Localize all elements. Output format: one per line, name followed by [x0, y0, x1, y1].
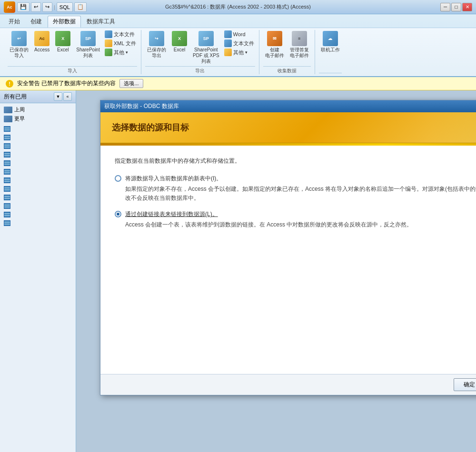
text-file-import-label: 文本文件	[114, 31, 135, 38]
sidebar-table-7[interactable]	[2, 177, 74, 184]
remote-items: ☁ 联机工作	[319, 30, 342, 72]
security-icon: !	[6, 80, 13, 88]
remote-group-label	[319, 73, 342, 74]
collect-group-label: 收集数据	[263, 66, 311, 74]
saved-import-icon: ↩	[11, 31, 27, 46]
radio-option-1-input[interactable]	[115, 175, 121, 182]
text-file-import-btn[interactable]: 文本文件	[104, 30, 137, 39]
sidebar-item-last-week[interactable]: 上周	[2, 105, 74, 114]
other-import-arrow: ▾	[126, 50, 128, 55]
tab-start[interactable]: 开始	[4, 16, 25, 28]
close-btn[interactable]: ✕	[462, 3, 472, 11]
sharepoint-export-icon: SP	[198, 31, 214, 46]
manage-reply-btn[interactable]: ≡ 管理答复电子邮件	[288, 30, 311, 59]
earlier-icon	[4, 116, 12, 122]
sidebar-table-2[interactable]	[2, 134, 74, 141]
dialog-title-text: 获取外部数据 - ODBC 数据库	[104, 102, 179, 110]
redo-btn[interactable]: ↪	[42, 2, 52, 12]
other-export-label: 其他	[233, 49, 244, 56]
text-export-btn[interactable]: 文本文件	[223, 39, 255, 48]
online-work-label: 联机工作	[321, 47, 340, 53]
sidebar-table-8[interactable]	[2, 185, 74, 193]
tab-db-tools[interactable]: 数据库工具	[82, 16, 120, 28]
sidebar-table-11[interactable]	[2, 211, 74, 218]
tab-external-data[interactable]: 外部数据	[48, 16, 81, 28]
word-export-label: Word	[233, 31, 246, 37]
other-import-btn[interactable]: 其他 ▾	[104, 48, 137, 57]
create-email-btn[interactable]: ✉ 创建电子邮件	[263, 30, 286, 59]
table-icon-4	[4, 152, 10, 157]
sharepoint-export-label: SharePointPDF 或 XPS列表	[193, 47, 219, 64]
access-import-icon: Ac	[34, 31, 50, 46]
sidebar-table-1[interactable]	[2, 125, 74, 133]
sidebar-collapse-btn[interactable]: «	[63, 92, 72, 101]
radio-option-2-desc: Access 会创建一个表，该表将维护到源数据的链接。在 Access 中对数据…	[125, 220, 412, 229]
tab-create[interactable]: 创建	[26, 16, 47, 28]
security-options-btn[interactable]: 选项...	[119, 79, 143, 88]
ribbon-tabs: 开始 创建 外部数据 数据库工具	[0, 14, 476, 28]
undo-btn[interactable]: ↩	[31, 2, 41, 12]
sidebar-table-9[interactable]	[2, 194, 74, 201]
table-icon-10	[4, 203, 10, 209]
sidebar-table-3[interactable]	[2, 142, 74, 150]
table-icon-3	[4, 143, 10, 149]
quick-save-btn[interactable]: 💾	[17, 2, 30, 12]
sql-btn[interactable]: SQL	[57, 2, 73, 12]
import-small-items: 文本文件 XML 文件 其他 ▾	[104, 30, 137, 57]
sharepoint-export-btn[interactable]: SP SharePointPDF 或 XPS列表	[191, 30, 221, 65]
radio-option-1-desc: 如果指定的对象不存在，Access 会予以创建。如果指定的对象已存在，Acces…	[125, 185, 476, 203]
excel-export-btn[interactable]: X Excel	[170, 30, 189, 54]
sidebar-dropdown-btn[interactable]: ▼	[54, 92, 62, 101]
import-group-label: 导入	[8, 66, 137, 74]
saved-import-label: 已保存的导入	[10, 47, 29, 59]
sidebar-table-4[interactable]	[2, 151, 74, 158]
create-email-label: 创建电子邮件	[265, 47, 284, 59]
sidebar-panel: 所有已用 ▼ « 上周 更早	[0, 90, 76, 452]
content-area: 获取外部数据 - ODBC 数据库 ? ✕ 选择数据的源和目标 指定数据在当前数…	[76, 90, 476, 452]
sharepoint-import-btn[interactable]: SP SharePoint列表	[74, 30, 101, 59]
table-icon-11	[4, 212, 10, 217]
radio-option-2-input[interactable]	[115, 211, 121, 217]
export-small-items: Word 文本文件 其他 ▾	[223, 30, 255, 57]
dialog-header-title: 选择数据的源和目标	[112, 122, 476, 133]
saved-export-btn[interactable]: ↪ 已保存的导出	[145, 30, 168, 59]
sharepoint-import-label: SharePoint列表	[76, 47, 99, 59]
tool1-btn[interactable]: 📋	[74, 2, 87, 12]
maximize-btn[interactable]: □	[451, 3, 461, 11]
last-week-icon	[4, 107, 12, 113]
other-export-btn[interactable]: 其他 ▾	[223, 48, 255, 57]
sidebar-table-5[interactable]	[2, 159, 74, 167]
sidebar-item-earlier[interactable]: 更早	[2, 114, 74, 123]
create-email-icon: ✉	[267, 31, 282, 46]
window-title: Gc35$#%^&2016 : 数据库 (Access 2002 - 2003 …	[165, 3, 311, 10]
xml-file-import-icon	[105, 39, 112, 47]
access-import-btn[interactable]: Ac Access	[32, 30, 51, 54]
table-icon-1	[4, 126, 10, 132]
xml-file-import-btn[interactable]: XML 文件	[104, 39, 137, 48]
text-file-import-icon	[105, 30, 112, 38]
excel-import-btn[interactable]: X Excel	[53, 30, 72, 54]
dialog-titlebar: 获取外部数据 - ODBC 数据库 ? ✕	[100, 100, 476, 112]
text-export-label: 文本文件	[233, 40, 254, 47]
sidebar-table-12[interactable]	[2, 219, 74, 227]
main-layout: 所有已用 ▼ « 上周 更早	[0, 90, 476, 452]
minimize-btn[interactable]: ─	[440, 3, 450, 11]
excel-import-label: Excel	[57, 47, 69, 53]
sidebar-table-6[interactable]	[2, 168, 74, 176]
saved-export-label: 已保存的导出	[147, 47, 166, 59]
online-work-icon: ☁	[323, 31, 338, 46]
sidebar-panel-header: 所有已用 ▼ «	[0, 90, 76, 103]
table-icon-2	[4, 135, 10, 140]
dialog-body: 指定数据在当前数据库中的存储方式和存储位置。 将源数据导入当前数据库的新表中(I…	[100, 146, 476, 374]
security-bar: ! 安全警告 已禁用了数据库中的某些内容 选项...	[0, 77, 476, 90]
dialog-get-external-data: 获取外部数据 - ODBC 数据库 ? ✕ 选择数据的源和目标 指定数据在当前数…	[100, 100, 476, 395]
other-import-icon	[105, 49, 112, 56]
table-icon-9	[4, 195, 10, 200]
word-export-btn[interactable]: Word	[223, 30, 255, 39]
sidebar-table-10[interactable]	[2, 202, 74, 210]
online-work-btn[interactable]: ☁ 联机工作	[319, 30, 342, 54]
saved-export-icon: ↪	[149, 31, 164, 46]
dialog-ok-btn[interactable]: 确定	[454, 378, 476, 391]
manage-reply-label: 管理答复电子邮件	[290, 47, 309, 59]
saved-import-btn[interactable]: ↩ 已保存的导入	[8, 30, 30, 59]
